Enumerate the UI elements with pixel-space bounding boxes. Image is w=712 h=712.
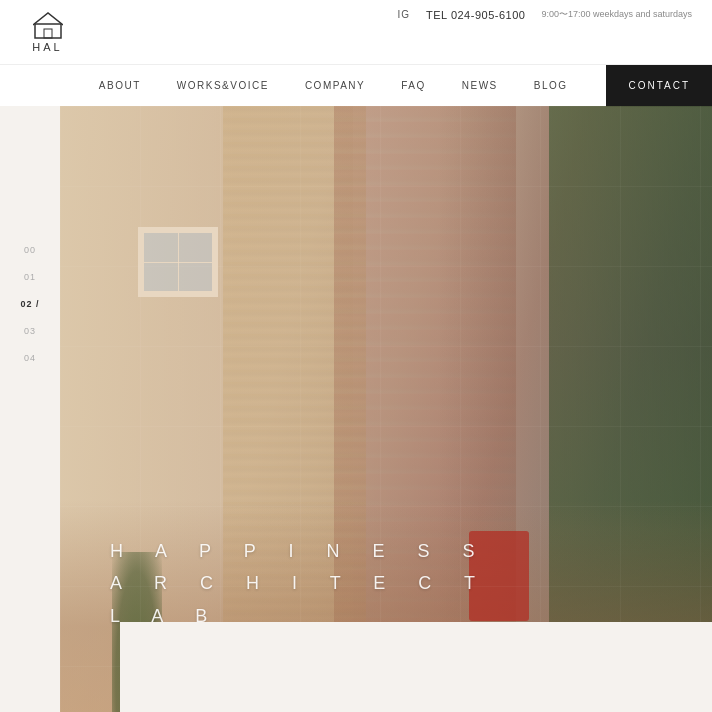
header: HAL IG TEL 024-905-6100 9:00〜17:00 weekd… [0, 0, 712, 64]
nav-item-company[interactable]: COMPANY [287, 65, 383, 107]
top-info-bar: IG TEL 024-905-6100 9:00〜17:00 weekdays … [398, 8, 693, 21]
nav-item-news[interactable]: NEWS [444, 65, 516, 107]
hero-text: H A P P I N E S S A R C H I T E C T L A … [110, 535, 489, 632]
phone-number: TEL 024-905-6100 [426, 9, 525, 21]
slide-indicator-1[interactable]: 01 [24, 273, 36, 282]
window-frame [138, 227, 218, 297]
logo-icon [33, 11, 63, 39]
nav-item-blog[interactable]: BLOG [516, 65, 586, 107]
ig-link[interactable]: IG [398, 9, 411, 20]
hero-line-1: H A P P I N E S S [110, 535, 489, 567]
hero-line-2: A R C H I T E C T [110, 567, 489, 599]
logo[interactable]: HAL [20, 11, 75, 53]
contact-button[interactable]: CONTACT [606, 65, 712, 107]
slide-indicator-0[interactable]: 00 [24, 246, 36, 255]
svg-rect-1 [44, 29, 52, 38]
slide-indicator-3[interactable]: 03 [24, 327, 36, 336]
slide-indicator-4[interactable]: 04 [24, 354, 36, 363]
nav-item-faq[interactable]: FAQ [383, 65, 444, 107]
logo-text: HAL [32, 41, 62, 53]
svg-rect-0 [35, 24, 61, 38]
main-content: 00 01 02 03 04 H A P P I N E S S A R C H… [0, 106, 712, 712]
slide-indicator-2[interactable]: 02 [20, 300, 39, 309]
nav-item-about[interactable]: ABOUT [81, 65, 159, 107]
bottom-band [120, 622, 712, 712]
hero-section: H A P P I N E S S A R C H I T E C T L A … [60, 106, 712, 712]
main-nav: ABOUT WORKS&VOICE COMPANY FAQ NEWS BLOG … [0, 64, 712, 106]
nav-items: ABOUT WORKS&VOICE COMPANY FAQ NEWS BLOG [0, 65, 606, 107]
slide-indicators: 00 01 02 03 04 [0, 106, 60, 712]
nav-item-works-voice[interactable]: WORKS&VOICE [159, 65, 287, 107]
business-hours: 9:00〜17:00 weekdays and saturdays [541, 8, 692, 21]
